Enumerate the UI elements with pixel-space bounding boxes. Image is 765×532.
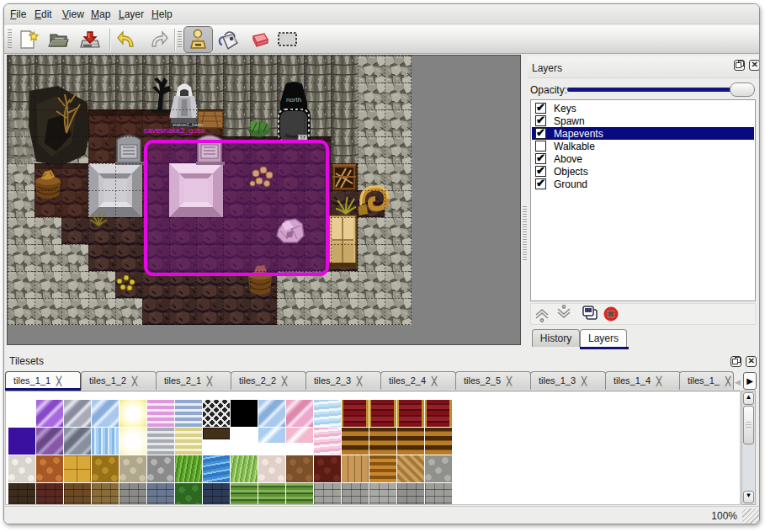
svg-text:cavesnake2_goss: cavesnake2_goss — [144, 126, 205, 135]
svg-text:statue2_base: statue2_base — [173, 122, 204, 127]
